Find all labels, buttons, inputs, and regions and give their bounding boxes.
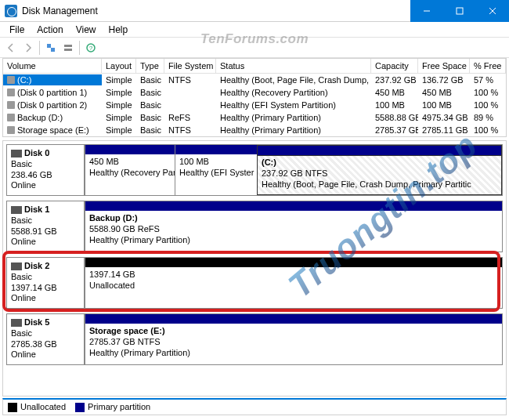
disk-row: Disk 1Basic5588.91 GBOnlineBackup (D:)55… [6, 201, 503, 252]
partition[interactable]: Backup (D:)5588.90 GB ReFSHealthy (Prima… [85, 201, 502, 252]
col-status[interactable]: Status [216, 59, 371, 73]
toolbar: ? [0, 38, 509, 58]
disk-info[interactable]: Disk 2Basic1397.14 GBOnline [6, 257, 85, 309]
disk-row: Disk 0Basic238.46 GBOnline450 MBHealthy … [6, 144, 503, 196]
menu-file[interactable]: File [3, 23, 31, 37]
properties-button[interactable] [60, 40, 76, 56]
col-volume[interactable]: Volume [3, 59, 102, 73]
svg-rect-4 [64, 49, 72, 51]
volume-list-header: Volume Layout Type File System Status Ca… [3, 59, 506, 74]
forward-button [20, 40, 36, 56]
partition[interactable]: 450 MBHealthy (Recovery Partiti [85, 145, 175, 195]
volume-row[interactable]: (Disk 0 partition 1)SimpleBasicHealthy (… [3, 86, 506, 99]
disk-row: Disk 2Basic1397.14 GBOnline1397.14 GBUna… [6, 257, 503, 309]
legend: Unallocated Primary partition [2, 398, 507, 415]
volume-row[interactable]: Backup (D:)SimpleBasicReFSHealthy (Prima… [3, 111, 506, 124]
disk-row: Disk 5Basic2785.38 GBOnlineStorage space… [6, 313, 503, 365]
disk-info[interactable]: Disk 0Basic238.46 GBOnline [6, 144, 85, 196]
menu-view[interactable]: View [70, 23, 103, 37]
volume-list: Volume Layout Type File System Status Ca… [2, 58, 507, 137]
svg-rect-3 [64, 45, 72, 47]
svg-rect-0 [457, 8, 463, 14]
svg-rect-2 [51, 48, 55, 52]
partition[interactable]: 1397.14 GBUnallocated [85, 258, 502, 308]
disk-info[interactable]: Disk 1Basic5588.91 GBOnline [6, 201, 85, 252]
col-layout[interactable]: Layout [102, 59, 136, 73]
col-fs[interactable]: File System [164, 59, 216, 73]
menu-action[interactable]: Action [31, 23, 69, 37]
maximize-button[interactable] [443, 0, 476, 22]
partition[interactable]: Storage space (E:)2785.37 GB NTFSHealthy… [85, 314, 502, 364]
disk-graphical-view: Disk 0Basic238.46 GBOnline450 MBHealthy … [2, 140, 507, 396]
col-free[interactable]: Free Space [418, 59, 470, 73]
partition[interactable]: (C:)237.92 GB NTFSHealthy (Boot, Page Fi… [257, 145, 502, 195]
refresh-button[interactable] [43, 40, 59, 56]
partition[interactable]: 100 MBHealthy (EFI Syster [175, 145, 257, 195]
col-type[interactable]: Type [136, 59, 164, 73]
window-title: Disk Management [22, 5, 410, 16]
col-pct[interactable]: % Free [470, 59, 506, 73]
volume-row[interactable]: Storage space (E:)SimpleBasicNTFSHealthy… [3, 124, 506, 136]
minimize-button[interactable] [410, 0, 443, 22]
volume-row[interactable]: (C:)SimpleBasicNTFSHealthy (Boot, Page F… [3, 74, 506, 86]
separator [79, 41, 80, 55]
separator [39, 41, 40, 55]
back-button [3, 40, 19, 56]
svg-text:?: ? [89, 45, 93, 52]
titlebar: Disk Management [0, 0, 509, 22]
menubar: File Action View Help [0, 22, 509, 38]
app-icon [5, 5, 17, 17]
close-button[interactable] [476, 0, 509, 22]
svg-rect-1 [47, 44, 51, 48]
legend-primary: Primary partition [75, 402, 150, 412]
help-button[interactable]: ? [83, 40, 99, 56]
volume-row[interactable]: (Disk 0 partition 2)SimpleBasicHealthy (… [3, 99, 506, 111]
menu-help[interactable]: Help [103, 23, 135, 37]
disk-info[interactable]: Disk 5Basic2785.38 GBOnline [6, 313, 85, 365]
legend-unallocated: Unallocated [8, 402, 66, 412]
col-capacity[interactable]: Capacity [371, 59, 418, 73]
